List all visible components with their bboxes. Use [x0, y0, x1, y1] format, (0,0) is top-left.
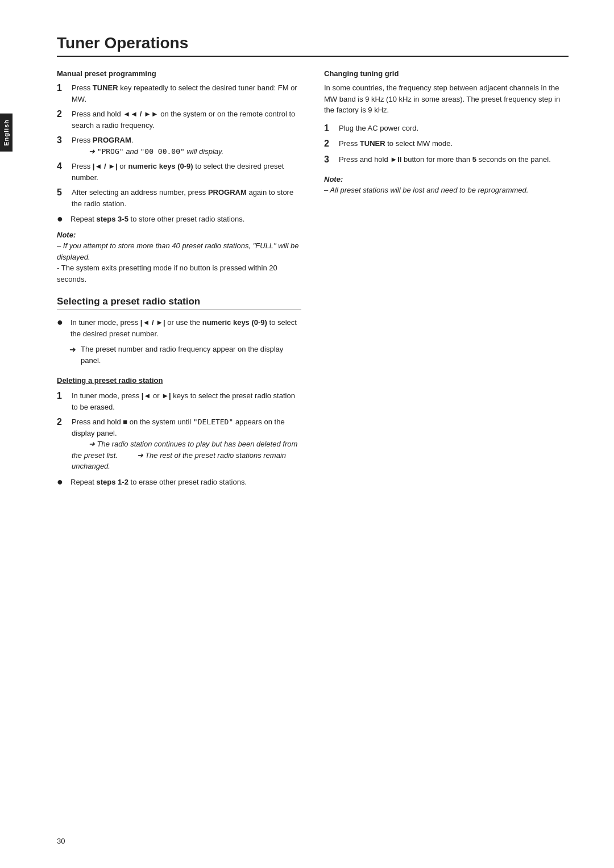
deleting-section: Deleting a preset radio station 1 In tun… — [57, 376, 301, 487]
grid-step-1-num: 1 — [324, 123, 337, 135]
selecting-bullets: ● In tuner mode, press |◄ / ►| or use th… — [57, 317, 301, 339]
selecting-bullet-text: In tuner mode, press |◄ / ►| or use the … — [70, 317, 301, 339]
manual-preset-steps: 1 Press TUNER key repeatedly to select t… — [57, 82, 301, 209]
changing-grid-section: Changing tuning grid In some countries, … — [324, 69, 569, 196]
del-step-1-text: In tuner mode, press |◄ or ►| keys to se… — [72, 390, 301, 412]
side-tab: English — [0, 114, 13, 152]
manual-preset-section: Manual preset programming 1 Press TUNER … — [57, 69, 301, 285]
step-4-num: 4 — [57, 161, 69, 173]
grid-note-title: Note: — [324, 174, 569, 185]
grid-step-1: 1 Plug the AC power cord. — [324, 123, 569, 135]
manual-preset-note: Note: – If you attempt to store more tha… — [57, 229, 301, 285]
selecting-bullet-icon: ● — [57, 317, 67, 328]
del-bullet-1: ● Repeat steps 1-2 to erase other preset… — [57, 477, 301, 488]
deleting-steps: 1 In tuner mode, press |◄ or ►| keys to … — [57, 390, 301, 472]
changing-grid-intro: In some countries, the frequency step be… — [324, 82, 569, 116]
step-2: 2 Press and hold ◄◄ / ►► on the system o… — [57, 108, 301, 131]
step-1: 1 Press TUNER key repeatedly to select t… — [57, 82, 301, 105]
manual-bullet-1-text: Repeat steps 3-5 to store other preset r… — [70, 214, 244, 225]
step-2-num: 2 — [57, 108, 69, 120]
step-5-text: After selecting an address number, press… — [72, 187, 301, 209]
two-column-layout: Manual preset programming 1 Press TUNER … — [57, 69, 569, 493]
manual-preset-bullets: ● Repeat steps 3-5 to store other preset… — [57, 214, 301, 225]
del-step-2-text: Press and hold ■ on the system until "DE… — [72, 416, 301, 472]
changing-grid-steps: 1 Plug the AC power cord. 2 Press TUNER … — [324, 123, 569, 166]
selecting-bullet-1: ● In tuner mode, press |◄ / ►| or use th… — [57, 317, 301, 339]
grid-step-2-text: Press TUNER to select MW mode. — [339, 138, 453, 149]
bullet-icon: ● — [57, 214, 67, 225]
right-column: Changing tuning grid In some countries, … — [324, 69, 569, 493]
del-bullet-text: Repeat steps 1-2 to erase other preset r… — [70, 477, 247, 488]
step-1-text: Press TUNER key repeatedly to select the… — [72, 82, 301, 105]
left-column: Manual preset programming 1 Press TUNER … — [57, 69, 301, 493]
page: English Tuner Operations Manual preset p… — [0, 0, 614, 868]
selecting-section: Selecting a preset radio station ● In tu… — [57, 296, 301, 487]
manual-bullet-1: ● Repeat steps 3-5 to store other preset… — [57, 214, 301, 225]
manual-preset-title: Manual preset programming — [57, 69, 301, 78]
selecting-title: Selecting a preset radio station — [57, 296, 301, 310]
grid-step-1-text: Plug the AC power cord. — [339, 123, 418, 134]
grid-step-2-num: 2 — [324, 138, 337, 150]
note-title: Note: — [57, 229, 301, 241]
grid-step-3-num: 3 — [324, 154, 337, 166]
step-4-text: Press |◄ / ►| or numeric keys (0-9) to s… — [72, 161, 301, 183]
step-1-num: 1 — [57, 82, 69, 94]
step-2-text: Press and hold ◄◄ / ►► on the system or … — [72, 108, 301, 131]
deleting-title: Deleting a preset radio station — [57, 376, 301, 385]
step-5: 5 After selecting an address number, pre… — [57, 187, 301, 209]
del-step-2: 2 Press and hold ■ on the system until "… — [57, 416, 301, 472]
selecting-arrow: ➜ The preset number and radio frequency … — [69, 344, 301, 366]
changing-grid-title: Changing tuning grid — [324, 69, 569, 78]
note-normal: - The system exits presetting mode if no… — [57, 262, 301, 285]
page-title: Tuner Operations — [57, 34, 569, 57]
grid-note-text: – All preset stations will be lost and n… — [324, 185, 569, 196]
step-3: 3 Press PROGRAM. ➜ "PROG" and "00 00.00"… — [57, 135, 301, 157]
del-step-1-num: 1 — [57, 390, 69, 402]
del-step-2-num: 2 — [57, 416, 69, 428]
step-5-num: 5 — [57, 187, 69, 199]
grid-step-3: 3 Press and hold ►II button for more tha… — [324, 154, 569, 166]
grid-step-3-text: Press and hold ►II button for more than … — [339, 154, 551, 165]
arrow-icon: ➜ — [69, 344, 78, 356]
del-bullet-icon: ● — [57, 477, 67, 488]
page-number: 30 — [57, 837, 65, 845]
del-step-1: 1 In tuner mode, press |◄ or ►| keys to … — [57, 390, 301, 412]
grid-step-2: 2 Press TUNER to select MW mode. — [324, 138, 569, 150]
step-4: 4 Press |◄ / ►| or numeric keys (0-9) to… — [57, 161, 301, 183]
selecting-arrow-text: The preset number and radio frequency ap… — [81, 344, 301, 366]
changing-grid-note: Note: – All preset stations will be lost… — [324, 174, 569, 196]
step-3-text: Press PROGRAM. ➜ "PROG" and "00 00.00" w… — [72, 135, 223, 157]
step-3-num: 3 — [57, 135, 69, 147]
note-italic1: – If you attempt to store more than 40 p… — [57, 240, 301, 262]
deleting-bullets: ● Repeat steps 1-2 to erase other preset… — [57, 477, 301, 488]
